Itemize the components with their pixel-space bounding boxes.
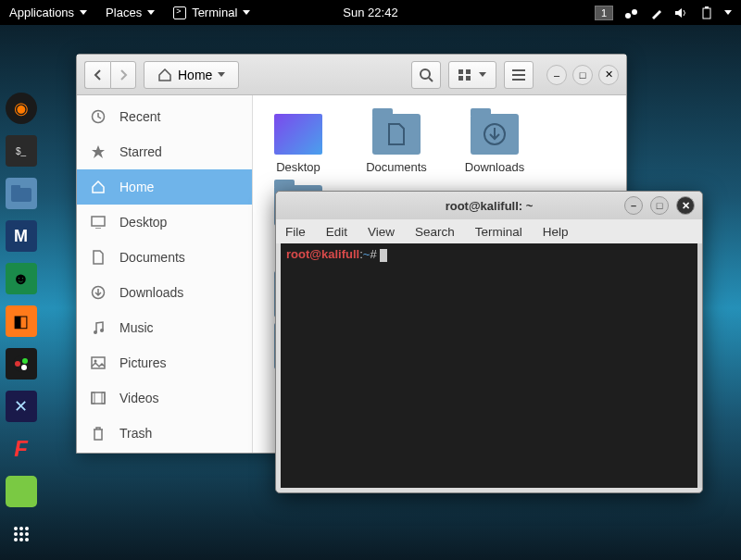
folder-desktop[interactable]: Desktop (262, 114, 334, 174)
files-launcher[interactable] (6, 178, 37, 209)
sidebar-item-label: Trash (119, 426, 152, 441)
svg-point-11 (19, 527, 23, 530)
menu-search[interactable]: Search (415, 225, 455, 239)
trash-icon (90, 426, 107, 441)
menu-terminal[interactable]: Terminal (475, 225, 522, 239)
folder-icon (471, 114, 519, 155)
terminal-titlebar[interactable]: root@kalifull: ~ – □ ✕ (276, 192, 702, 219)
svg-point-1 (632, 9, 637, 15)
svg-rect-33 (102, 392, 105, 404)
search-button[interactable] (411, 61, 441, 89)
home-icon (157, 68, 172, 81)
close-button[interactable]: ✕ (598, 65, 619, 85)
sidebar-item-recent[interactable]: Recent (77, 99, 252, 134)
clock-icon (90, 109, 107, 124)
menu-view[interactable]: View (368, 225, 395, 239)
music-icon (90, 320, 107, 335)
workspace-indicator[interactable]: 1 (595, 6, 613, 20)
sidebar-item-label: Music (119, 320, 154, 335)
terminal-menubar: FileEditViewSearchTerminalHelp (276, 219, 702, 243)
sidebar-item-desktop[interactable]: Desktop (77, 205, 252, 240)
svg-point-19 (421, 69, 430, 79)
sidebar-item-trash[interactable]: Trash (77, 416, 252, 451)
sidebar-item-home[interactable]: Home (77, 169, 252, 205)
terminal-body[interactable]: root@kalifull:~# (281, 243, 697, 488)
folder-label: Documents (366, 160, 427, 174)
hamburger-menu-button[interactable] (504, 61, 534, 89)
volume-icon[interactable] (674, 6, 689, 19)
folder-downloads[interactable]: Downloads (458, 114, 531, 174)
clock[interactable]: Sun 22:42 (343, 6, 397, 19)
sidebar-item-label: Pictures (119, 355, 167, 370)
faraday-launcher[interactable]: F (6, 433, 37, 465)
svg-point-15 (25, 532, 29, 536)
svg-point-7 (15, 361, 20, 367)
svg-rect-21 (466, 69, 471, 74)
chevron-down-icon (243, 10, 250, 15)
folder-documents[interactable]: Documents (360, 114, 433, 174)
svg-point-16 (14, 538, 18, 541)
menu-help[interactable]: Help (543, 225, 569, 239)
down-icon (90, 285, 107, 300)
metasploit-launcher[interactable]: M (6, 220, 37, 252)
grid-view-icon (458, 69, 471, 81)
svg-point-14 (19, 532, 23, 536)
maximize-button[interactable]: □ (572, 65, 593, 85)
sidebar-item-label: Home (119, 180, 154, 194)
chevron-down-icon (218, 72, 225, 77)
sidebar-item-label: Videos (119, 391, 159, 405)
back-button[interactable] (84, 61, 110, 89)
svg-point-17 (19, 538, 23, 541)
system-tray: 1 (595, 6, 741, 20)
burpsuite-launcher[interactable]: ◧ (6, 305, 37, 337)
terminal-window: root@kalifull: ~ – □ ✕ FileEditViewSearc… (275, 191, 703, 493)
menu-edit[interactable]: Edit (326, 225, 347, 239)
doc-icon (90, 250, 107, 265)
wireshark-launcher[interactable]: ✕ (6, 391, 37, 422)
close-button[interactable]: ✕ (676, 196, 695, 215)
svg-point-12 (25, 527, 29, 530)
path-home-button[interactable]: Home (144, 61, 239, 89)
svg-point-27 (94, 330, 97, 334)
chevron-down-icon (147, 10, 155, 15)
sidebar-item-label: Desktop (119, 215, 167, 230)
folder-label: Desktop (276, 160, 320, 174)
applications-menu[interactable]: Applications (0, 6, 96, 19)
places-menu[interactable]: Places (96, 6, 164, 19)
recording-icon[interactable] (624, 6, 639, 19)
view-options-button[interactable] (448, 61, 496, 89)
forward-button[interactable] (110, 61, 136, 89)
desktop-icon (90, 216, 107, 229)
minimize-button[interactable]: – (546, 65, 567, 85)
dock: ◉ $_ M ☻ ◧ ✕ F (0, 93, 42, 550)
svg-point-8 (22, 358, 28, 364)
show-apps[interactable] (6, 518, 37, 550)
sidebar-item-documents[interactable]: Documents (77, 240, 252, 275)
sidebar-item-downloads[interactable]: Downloads (77, 275, 252, 310)
sidebar-item-music[interactable]: Music (77, 310, 252, 345)
terminal-launcher[interactable]: $_ (6, 135, 37, 167)
firefox-launcher[interactable]: ◉ (6, 93, 37, 124)
notes-launcher[interactable] (6, 476, 37, 507)
svg-rect-2 (703, 8, 710, 19)
sidebar-item-starred[interactable]: Starred (77, 134, 252, 169)
terminal-menu[interactable]: Terminal (164, 6, 259, 19)
top-panel: Applications Places Terminal Sun 22:42 1 (0, 0, 741, 25)
svg-rect-3 (705, 6, 709, 8)
picker-icon[interactable] (650, 6, 663, 19)
menu-file[interactable]: File (285, 225, 306, 239)
svg-point-13 (14, 532, 18, 536)
sidebar-item-label: Downloads (119, 285, 183, 300)
sidebar-item-pictures[interactable]: Pictures (77, 345, 252, 380)
maximize-button[interactable]: □ (650, 196, 669, 215)
battery-icon[interactable] (700, 6, 713, 19)
folder-icon (372, 114, 421, 155)
zenmap-launcher[interactable]: ☻ (6, 263, 37, 294)
cherrytree-launcher[interactable] (6, 348, 37, 380)
home-icon (90, 180, 107, 193)
minimize-button[interactable]: – (624, 196, 643, 215)
svg-rect-31 (92, 392, 105, 404)
sidebar-item-videos[interactable]: Videos (77, 380, 252, 416)
terminal-icon (173, 6, 186, 19)
svg-rect-29 (92, 357, 105, 368)
